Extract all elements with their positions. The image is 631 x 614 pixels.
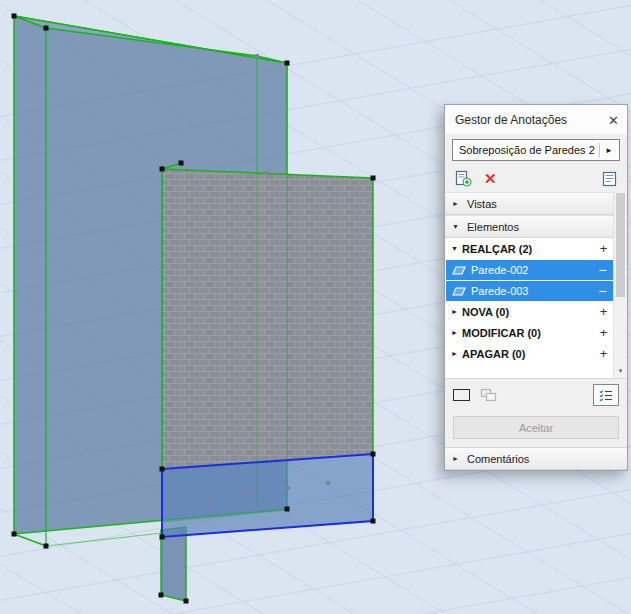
panel-toolbar: ✕	[445, 166, 627, 192]
section-vistas-label: Vistas	[467, 198, 497, 210]
group-realcar[interactable]: ▼ REALÇAR (2) +	[445, 238, 614, 259]
annotation-set-selector-wrap: Sobreposição de Paredes 2 ►	[445, 134, 627, 166]
section-elementos-label: Elementos	[467, 221, 519, 233]
wall-icon	[452, 265, 466, 276]
group-nova-label: NOVA (0)	[462, 306, 509, 318]
add-element-button[interactable]: +	[596, 326, 611, 339]
marquee-select-icon[interactable]	[453, 389, 470, 401]
checklist-view-button[interactable]	[593, 384, 619, 406]
tree-item-parede-002[interactable]: Parede-002 −	[446, 260, 613, 280]
tree-item-parede-003[interactable]: Parede-003 −	[446, 281, 613, 301]
group-realcar-label: REALÇAR (2)	[462, 243, 532, 255]
scrollbar-thumb[interactable]	[616, 193, 625, 297]
group-collapsed-icon[interactable]: ►	[451, 350, 462, 357]
remove-element-button[interactable]: −	[595, 263, 610, 277]
group-collapsed-icon[interactable]: ►	[451, 329, 462, 336]
wall-003-end-face[interactable]	[161, 527, 186, 601]
panel-title: Gestor de Anotações	[455, 113, 567, 127]
group-modificar[interactable]: ► MODIFICAR (0) +	[445, 322, 614, 343]
remove-element-button[interactable]: −	[595, 284, 610, 298]
group-expanded-icon[interactable]: ▼	[451, 245, 462, 252]
group-apagar-label: APAGAR (0)	[462, 348, 525, 360]
annotation-manager-panel: Gestor de Anotações ✕ Sobreposição de Pa…	[444, 104, 628, 471]
wall-icon	[452, 286, 466, 297]
scrollbar[interactable]: ▼	[613, 192, 627, 378]
panel-scroll-area: ► Vistas ▼ Elementos ▼ REALÇAR (2) + Par…	[445, 192, 627, 378]
panel-title-bar: Gestor de Anotações ✕	[445, 105, 627, 134]
group-collapsed-icon[interactable]: ►	[451, 308, 462, 315]
wall-003-selection-tint	[162, 169, 373, 469]
add-element-button[interactable]: +	[596, 242, 611, 255]
tree-filler	[445, 364, 614, 378]
close-icon[interactable]: ✕	[608, 114, 619, 127]
add-element-button[interactable]: +	[596, 347, 611, 360]
accept-button[interactable]: Aceitar	[453, 416, 619, 439]
add-annotation-set-icon[interactable]	[454, 170, 472, 187]
selection-toolbar	[445, 378, 627, 411]
flyout-arrow-icon[interactable]: ►	[605, 146, 613, 155]
tree-item-label: Parede-002	[471, 264, 529, 276]
group-nova[interactable]: ► NOVA (0) +	[445, 301, 614, 322]
scroll-down-icon[interactable]: ▼	[614, 365, 627, 377]
annotation-details-icon[interactable]	[601, 171, 618, 187]
chevron-down-icon[interactable]: ▼	[452, 223, 461, 230]
elements-tree: ▼ REALÇAR (2) + Parede-002 − Parede-003	[445, 238, 614, 378]
add-selection-icon[interactable]	[480, 388, 497, 402]
section-elementos[interactable]: ▼ Elementos	[445, 215, 614, 238]
section-comentarios-label: Comentários	[467, 453, 529, 465]
annotation-set-selector[interactable]: Sobreposição de Paredes 2 ►	[452, 139, 620, 161]
delete-annotation-set-icon[interactable]: ✕	[484, 171, 497, 186]
section-comentarios[interactable]: ► Comentários	[445, 447, 627, 470]
chevron-right-icon[interactable]: ►	[452, 455, 461, 462]
section-vistas[interactable]: ► Vistas	[445, 192, 614, 215]
add-element-button[interactable]: +	[596, 305, 611, 318]
chevron-right-icon[interactable]: ►	[452, 200, 461, 207]
tree-item-label: Parede-003	[471, 285, 529, 297]
group-modificar-label: MODIFICAR (0)	[462, 327, 541, 339]
selector-divider	[599, 143, 600, 157]
group-apagar[interactable]: ► APAGAR (0) +	[445, 343, 614, 364]
annotation-set-value: Sobreposição de Paredes 2	[459, 144, 595, 156]
